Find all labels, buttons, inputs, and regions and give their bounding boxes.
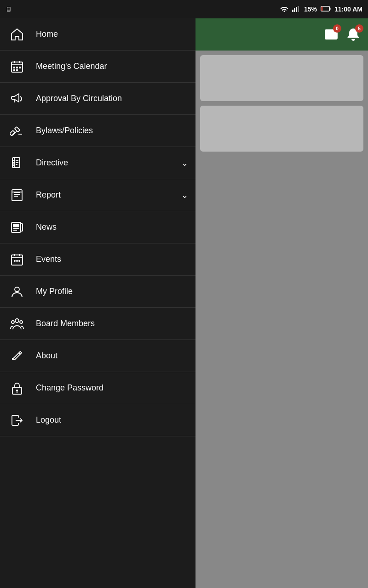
sidebar-label-about: About — [36, 351, 188, 361]
newspaper-icon — [7, 218, 27, 237]
sidebar-item-approval-circulation[interactable]: Approval By Circulation — [0, 83, 196, 115]
svg-point-30 — [18, 260, 20, 262]
svg-rect-0 — [292, 10, 293, 12]
sidebar-item-news[interactable]: News — [0, 211, 196, 243]
sidebar-item-logout[interactable]: Logout — [0, 404, 196, 436]
report-icon — [7, 186, 27, 205]
svg-rect-10 — [13, 67, 15, 68]
group-icon — [7, 314, 27, 334]
pencil-icon — [7, 346, 27, 366]
status-right: 15% 11:00 AM — [280, 6, 362, 13]
svg-rect-13 — [13, 69, 15, 71]
notifications-button[interactable]: 5 — [346, 27, 361, 42]
sidebar-item-about[interactable]: About — [0, 340, 196, 372]
svg-rect-22 — [12, 190, 22, 201]
gavel-icon — [7, 121, 27, 141]
battery-percentage: 15% — [304, 6, 317, 13]
svg-rect-12 — [19, 67, 21, 68]
svg-rect-11 — [16, 67, 18, 68]
svg-point-34 — [20, 321, 23, 323]
photos-badge: 0 — [333, 24, 341, 33]
top-bar: 0 5 — [196, 18, 368, 51]
svg-point-28 — [14, 260, 16, 262]
content-area — [196, 51, 368, 588]
svg-rect-2 — [296, 7, 297, 12]
svg-rect-21 — [13, 164, 15, 166]
sidebar-label-meetings-calendar: Meeting's Calendar — [36, 62, 188, 71]
svg-rect-15 — [15, 127, 20, 132]
sidebar-item-events[interactable]: Events — [0, 243, 196, 276]
svg-point-29 — [16, 260, 18, 262]
user-icon — [7, 282, 27, 301]
events-calendar-icon — [7, 250, 27, 269]
sidebar-label-bylaws-policies: Bylaws/Policies — [36, 126, 188, 136]
svg-rect-3 — [298, 6, 299, 12]
sidebar-label-my-profile: My Profile — [36, 287, 188, 296]
sidebar-item-bylaws-policies[interactable]: Bylaws/Policies — [0, 115, 196, 147]
svg-rect-1 — [294, 8, 295, 12]
battery-icon — [321, 6, 331, 13]
sidebar-label-report: Report — [36, 190, 181, 200]
wifi-icon — [280, 6, 288, 13]
sidebar-item-board-members[interactable]: Board Members — [0, 308, 196, 340]
status-left: 🖥 — [6, 6, 12, 13]
sidebar-label-change-password: Change Password — [36, 383, 188, 393]
status-bar: 🖥 15% 11:00 AM — [0, 0, 368, 18]
sidebar-label-directive: Directive — [36, 158, 181, 168]
svg-point-31 — [15, 287, 19, 292]
svg-rect-16 — [10, 130, 15, 136]
signal-icon — [292, 6, 300, 13]
sidebar-label-approval-circulation: Approval By Circulation — [36, 94, 188, 103]
sidebar-label-board-members: Board Members — [36, 319, 188, 328]
svg-rect-14 — [16, 69, 18, 71]
sidebar-label-events: Events — [36, 254, 188, 264]
svg-rect-20 — [13, 162, 15, 164]
svg-rect-5 — [322, 7, 323, 11]
sidebar-item-meetings-calendar[interactable]: Meeting's Calendar — [0, 51, 196, 83]
time: 11:00 AM — [334, 6, 362, 13]
document-list-icon — [7, 153, 27, 173]
lock-icon — [7, 379, 27, 398]
logout-icon — [7, 411, 27, 430]
sidebar-item-report[interactable]: Report ⌄ — [0, 179, 196, 211]
svg-point-33 — [12, 321, 14, 323]
content-card-1 — [200, 55, 363, 101]
svg-rect-19 — [13, 160, 15, 161]
svg-point-32 — [15, 319, 19, 322]
sidebar-label-news: News — [36, 222, 188, 232]
content-card-2 — [200, 106, 363, 152]
calendar-grid-icon — [7, 57, 27, 76]
sidebar-item-my-profile[interactable]: My Profile — [0, 276, 196, 308]
report-chevron-icon: ⌄ — [181, 190, 188, 200]
megaphone-icon — [7, 89, 27, 108]
sidebar: Home Meeting's Calendar A — [0, 18, 196, 588]
svg-rect-6 — [330, 8, 331, 10]
home-icon — [7, 25, 27, 44]
svg-rect-26 — [21, 224, 23, 231]
sidebar-label-logout: Logout — [36, 415, 188, 425]
notifications-badge: 5 — [355, 24, 363, 33]
photos-button[interactable]: 0 — [324, 27, 339, 42]
svg-point-36 — [16, 390, 18, 391]
sidebar-item-change-password[interactable]: Change Password — [0, 372, 196, 404]
sidebar-item-directive[interactable]: Directive ⌄ — [0, 147, 196, 179]
sidebar-label-home: Home — [36, 29, 188, 39]
screen-icon: 🖥 — [6, 6, 12, 13]
directive-chevron-icon: ⌄ — [181, 158, 188, 168]
sidebar-item-home[interactable]: Home — [0, 18, 196, 51]
